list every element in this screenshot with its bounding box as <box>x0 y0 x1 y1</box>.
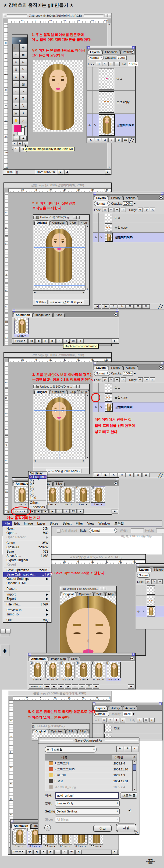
jump-arrow-icon[interactable]: ↪ <box>13 147 19 152</box>
screen-mode-full-menu[interactable]: ▣ <box>17 141 23 146</box>
filename-input[interactable]: gold_girl.gif <box>55 792 119 799</box>
dialog-titlebar[interactable]: Save Optimized As <box>38 738 139 743</box>
status-arrow-icon[interactable]: ◀ <box>64 170 69 175</box>
menu-item-save-optimized[interactable]: Save Optimized⌥⌘S <box>3 568 50 572</box>
tab-animation[interactable]: Animation <box>29 657 48 661</box>
zoom-box-icon[interactable] <box>108 14 111 17</box>
scroll-left-icon[interactable]: ◀ <box>93 684 99 689</box>
palette-dragbar[interactable] <box>93 192 164 195</box>
tab-actions[interactable]: Actions <box>123 196 138 200</box>
window-titlebar[interactable]: ▤ Untitled-1 @ 300%(Origi… <box>60 586 116 592</box>
tab-4up[interactable]: 4-Up <box>79 220 89 225</box>
visibility-eye-icon[interactable]: ⊚ <box>136 606 141 617</box>
opacity-value[interactable]: 100% <box>117 56 127 60</box>
menu-item-open[interactable]: Open...⌘O <box>3 531 50 535</box>
menu-filter[interactable]: Filter <box>74 521 85 526</box>
help-button[interactable]: ? <box>44 825 51 831</box>
tool-crop[interactable]: ⌗ <box>12 59 19 66</box>
resize-grip-icon[interactable]: ╱╱ <box>158 473 163 478</box>
play-button[interactable]: ▶ <box>58 684 64 689</box>
menu-edit[interactable]: Edit <box>12 521 22 526</box>
tool-healing-brush[interactable]: ⊕ <box>12 66 19 73</box>
previous-frame-icon[interactable]: ◀| <box>94 304 101 309</box>
paint-indicator-icon[interactable]: ✎ <box>141 606 146 617</box>
window-titlebar[interactable]: 금발 copy @ 300%(금발머리여자, RGB) <box>8 691 111 696</box>
frame-delay[interactable]: 1 sec. ▾ <box>45 503 59 506</box>
next-frame-button[interactable]: |▶ <box>65 684 71 689</box>
lock-position-icon[interactable]: ✛ <box>115 208 120 212</box>
unify-position-icon[interactable]: ✛ <box>138 208 143 212</box>
tab-2up[interactable]: 2-Up <box>94 592 105 596</box>
tool-move[interactable]: ✛ <box>19 44 27 51</box>
screen-mode-button[interactable] <box>0 629 5 633</box>
frame-delay[interactable]: 1 sec. ▾ <box>60 503 75 506</box>
tween-button[interactable]: ∴ <box>56 509 63 514</box>
palette-dragbar[interactable] <box>87 46 135 49</box>
duplicate-frame-button[interactable]: ⊞ <box>61 850 68 854</box>
previous-frame-button[interactable]: ◀| <box>51 684 57 689</box>
layer-style-icon[interactable]: ƒ. <box>110 304 118 309</box>
animation-frame[interactable]: 1 1 sec. ▾ <box>14 318 29 337</box>
tab-original[interactable]: Original <box>34 220 49 225</box>
tool-eyedropper[interactable]: ✦ <box>19 110 27 117</box>
palette-menu-icon[interactable]: ▶ <box>159 366 163 369</box>
file-row[interactable]: 3.피규어 2005.1.9 <box>45 772 132 778</box>
link-cell[interactable] <box>141 585 146 595</box>
tool-type[interactable]: T <box>19 95 27 102</box>
tab-animation[interactable]: Animation <box>13 313 33 317</box>
lock-position-icon[interactable]: ✛ <box>158 579 163 584</box>
unify-style-icon[interactable]: ƒ. <box>150 208 155 212</box>
layer-thumbnail[interactable] <box>147 586 155 595</box>
zoom-box-icon[interactable] <box>103 587 106 590</box>
layer-name[interactable]: 눈섭 copy <box>113 393 127 402</box>
palette-menu-icon[interactable]: ▶ <box>130 50 134 54</box>
layer-thumbnail[interactable] <box>99 114 115 136</box>
resize-grip-icon[interactable]: ╱╱ <box>158 304 163 309</box>
animation-frame-selected[interactable]: 6 1 sec. ▾ <box>91 486 106 506</box>
tool-history-brush[interactable]: ↺ <box>19 73 27 80</box>
anti-aliased-checkbox[interactable] <box>57 529 60 533</box>
status-arrow-icon[interactable]: ▶ <box>58 170 63 175</box>
window-titlebar[interactable]: ▤ Untitled-1 @ 300%(Origi… <box>33 384 89 390</box>
tab-optimized[interactable]: Optimized <box>50 220 67 225</box>
tab-history[interactable]: History <box>109 196 123 200</box>
format-dropdown[interactable]: Images Only⇕ <box>55 800 120 806</box>
first-frame-button[interactable]: ◀◀ <box>26 850 33 854</box>
layer-name[interactable]: 금발머리여자 <box>114 402 133 412</box>
close-box-icon[interactable] <box>33 385 37 388</box>
tab-original[interactable]: Original <box>61 592 76 596</box>
menu-item-save-optimized-as[interactable]: Save Optimized As...⌥⇧⌘S <box>3 572 50 577</box>
tab-slice[interactable]: Slice <box>69 657 80 661</box>
loop-dropdown[interactable]: Forever ▼ <box>11 850 26 854</box>
close-box-icon[interactable] <box>60 587 63 590</box>
link-cell[interactable] <box>98 723 104 733</box>
frame-delay[interactable]: 1 sec. ▾ <box>14 503 29 506</box>
animation-frame[interactable]: 5 0.1 sec. ▾ <box>91 661 106 681</box>
width-field[interactable] <box>131 528 144 533</box>
lock-all-icon[interactable]: ◐ <box>115 62 120 66</box>
animation-frame[interactable]: 4 0.1 sec. ▾ <box>76 661 90 681</box>
opacity-arrow-icon[interactable]: ▶ <box>134 202 136 205</box>
animation-frame[interactable]: 4 1 sec. ▾ <box>60 486 75 506</box>
slices-dropdown[interactable]: All Slices⇕ <box>55 816 120 823</box>
tab-image-map[interactable]: Image Map <box>49 657 68 661</box>
favorites-icon-button[interactable]: ⊟ <box>124 746 131 752</box>
tab-original[interactable]: Original <box>33 729 48 734</box>
layer-mask-icon[interactable]: ◎ <box>118 304 126 309</box>
tab-history[interactable]: History <box>108 706 122 710</box>
scroll-thumb[interactable] <box>133 764 136 771</box>
swap-colors-icon[interactable]: ⇄ <box>25 125 27 127</box>
opacity-value[interactable]: 100% <box>123 202 133 206</box>
tab-2up[interactable]: 2-Up <box>66 729 77 734</box>
visibility-cell[interactable] <box>93 383 99 393</box>
menu-item-file-info[interactable]: File Info...⇧⌘K <box>3 602 50 607</box>
tab-2up[interactable]: 2-Up <box>68 220 78 225</box>
lock-all-icon[interactable]: ◐ <box>120 718 125 722</box>
animation-frame[interactable]: 1 1 sec. ▾ <box>12 828 27 847</box>
delete-frame-button[interactable]: ⌧ <box>86 684 92 689</box>
layer-row-brows[interactable]: 눈섭 copy <box>93 393 164 402</box>
menu-item-new[interactable]: New...⌘N <box>3 526 50 531</box>
layer-row-brows[interactable]: 눈섭 copy <box>93 223 164 232</box>
animation-frame[interactable]: 2 0.1 sec. ▾ <box>45 661 60 681</box>
tab-2up[interactable]: 2-Up <box>68 390 78 394</box>
